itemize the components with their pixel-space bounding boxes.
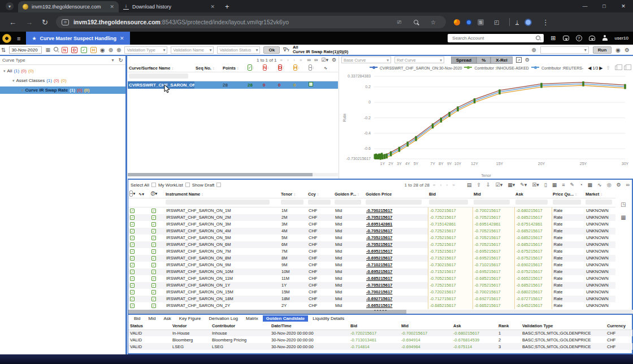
detail-tab[interactable]: Mid [145, 315, 159, 322]
zoom-in-icon[interactable] [54, 47, 58, 51]
select-all-checkbox[interactable] [151, 183, 156, 187]
spread-mode-button[interactable]: Spread [451, 57, 476, 64]
filter-row[interactable] [128, 198, 615, 207]
col-deleted-icon[interactable]: D↕ [277, 64, 292, 72]
approve-menu-icon[interactable]: ☑▾ [496, 182, 503, 188]
back-icon[interactable]: ← [9, 18, 16, 27]
reject-menu-icon[interactable]: ☒▾ [532, 182, 539, 188]
filter-funnel-icon[interactable]: ∇ϟ [283, 47, 289, 53]
col-contributor[interactable]: Contributor [210, 322, 270, 330]
grid-apps-icon[interactable]: ⊞ [550, 34, 556, 42]
target-menu-icon[interactable]: ◉ [100, 47, 105, 53]
open-external-icon[interactable]: ↗ [516, 57, 522, 63]
col-held-icon[interactable]: H↕ [292, 64, 307, 72]
col-chart-menu[interactable]: ∿▾ [137, 190, 150, 198]
candidate-row[interactable]: VALID Bloomberg Bloomberg Pricing 30-Nov… [128, 336, 632, 343]
col-info-menu[interactable]: ⓘ▾ [150, 190, 164, 198]
curve-row-selected[interactable]: CVIRSSWRT_CHF_SARON_ON 28 28 0 0 0 [128, 81, 338, 89]
expand-caret-icon[interactable]: ▾ [3, 69, 6, 73]
held-filter-badge[interactable]: H [90, 47, 97, 53]
col-tenor[interactable]: Tenor ↕ [280, 190, 307, 198]
legend-next-icon[interactable]: ▶ [599, 66, 602, 71]
globe-icon[interactable]: ⊕ [531, 47, 536, 53]
folder-icon[interactable]: ▤ [467, 182, 472, 188]
row-checkbox[interactable]: ✓ [130, 276, 135, 281]
curve-table-hscrollbar[interactable] [128, 173, 338, 176]
minimize-button[interactable]: — [575, 0, 595, 12]
row-checkbox[interactable]: ✓ [130, 236, 135, 240]
user-icon[interactable] [602, 35, 608, 41]
browser-tab-active[interactable]: invm192.thegoldensource.com ✕ [18, 1, 119, 12]
col-market[interactable]: Market ↕ [584, 190, 615, 198]
tab-search-icon[interactable]: ▾ [6, 2, 14, 10]
instrument-row[interactable]: ✓ ✓ IRSWRAT_CHF_SARON_ON_6M 6M CHF Mid -… [128, 241, 615, 248]
validation-type-select[interactable]: Validation Type▾ [124, 46, 167, 54]
instrument-row[interactable]: ✓ ✓ IRSWRAT_CHF_SARON_ON_9M 9M CHF Mid -… [128, 262, 615, 268]
splitter-handle[interactable]: ••••• [374, 307, 388, 313]
extension-icon-1[interactable] [454, 19, 460, 25]
col-currency[interactable]: Currency [605, 322, 632, 330]
legend-item[interactable]: Contributor :INHOUSE-ASKED [474, 66, 528, 70]
run-target-select[interactable]: ▾ [540, 46, 589, 54]
settings-gear-icon[interactable]: ⚙ [625, 47, 630, 53]
col-minus-icon[interactable]: −↕ [307, 64, 323, 72]
col-rank[interactable]: Rank [497, 322, 521, 330]
search-icon[interactable] [536, 36, 540, 40]
col-curve-name[interactable]: Curve/Surface Name ↕ [128, 64, 194, 72]
thumbs-up-icon[interactable]: ⇧ [476, 182, 481, 188]
schedule-icon[interactable]: ◉ [615, 47, 621, 53]
col-ask[interactable]: Ask [514, 190, 552, 198]
forward-icon[interactable]: → [25, 18, 33, 27]
expand-caret-icon[interactable]: ▾ [21, 88, 24, 93]
show-draft-checkbox[interactable] [216, 183, 221, 187]
favorite-star-icon[interactable]: ★ [32, 36, 36, 41]
link-icon[interactable]: ∞ [626, 182, 630, 188]
col-new-icon[interactable]: N↕ [262, 64, 277, 72]
tree-item[interactable]: ▾ Curve IR Swap Rate(1)(0)(0) [0, 86, 125, 94]
col-bid[interactable]: Bid [428, 190, 472, 198]
col-datetime[interactable]: Date/Time [270, 322, 349, 330]
tree-item[interactable]: ▾ Asset Classes(1)(0)(0) [0, 77, 125, 84]
browser-menu-icon[interactable]: ⋮ [542, 18, 549, 27]
extension-icon-2[interactable] [466, 19, 472, 25]
link-icon[interactable]: ∞ [307, 57, 310, 63]
tab-close-icon[interactable]: ✕ [110, 4, 114, 10]
expand-caret-icon[interactable]: ▾ [12, 79, 15, 83]
candidate-row[interactable]: VALID LSEG LSEG 30-Nov-2020 00:00:00 -0.… [128, 343, 632, 350]
link-all-icon[interactable]: ∞ [314, 57, 318, 63]
col-mid[interactable]: Mid [400, 322, 452, 330]
app-tab-close-icon[interactable]: ✕ [120, 36, 124, 41]
row-checkbox[interactable]: ✓ [130, 270, 135, 274]
filter-list-icon[interactable]: ⇅ [1, 47, 6, 53]
col-status[interactable]: Status [128, 322, 171, 330]
col-valid-icon[interactable]: ✓↕ [246, 64, 262, 72]
target-icon[interactable]: ◎ [607, 182, 612, 188]
col-points[interactable]: Points ↕ [222, 64, 246, 72]
row-checkbox[interactable]: ✓ [130, 256, 135, 261]
detail-tab[interactable]: Bid [131, 315, 144, 322]
instrument-row[interactable]: ✓ ✓ IRSWRAT_CHF_SARON_ON_2M 2M CHF Mid -… [128, 214, 615, 221]
extensions-puzzle-icon[interactable]: ◰ [494, 19, 499, 25]
grid-icon[interactable]: ▦ [552, 182, 557, 188]
tab-close-icon[interactable]: ✕ [210, 4, 215, 10]
col-golden-price[interactable]: Golden Price [365, 190, 428, 198]
curve-name-cell[interactable]: CVIRSSWRT_CHF_SARON_ON [128, 81, 194, 89]
gear-icon[interactable]: ⚙ [617, 182, 621, 188]
history-icon[interactable]: ◔ [579, 182, 582, 188]
copy-chart-icon[interactable] [615, 66, 619, 70]
url-bar[interactable]: ⊜ invm192.thegoldensource.com:8543/GS/pr… [56, 16, 446, 28]
export-panel-icon[interactable]: ◳ [621, 201, 626, 207]
detail-tab[interactable]: Matrix [242, 315, 262, 322]
instrument-row[interactable]: ✓ ✓ IRSWRAT_CHF_SARON_ON_15M 15M CHF Mid… [128, 289, 615, 296]
row-checkbox[interactable]: ✓ [130, 209, 135, 213]
search-account-input[interactable] [451, 35, 536, 41]
downloads-icon[interactable]: ↓ [515, 19, 519, 25]
row-checkbox[interactable]: ✓ [130, 290, 135, 294]
candidate-row[interactable]: VALID In-House Inhouse 30-Nov-2020 00:00… [128, 330, 632, 336]
row-checkbox[interactable]: ✓ [130, 283, 135, 288]
col-mid[interactable]: Mid [472, 190, 514, 198]
tree-item[interactable]: ▾ All(1)(0)(0) [0, 67, 125, 75]
pagination-arrows[interactable]: « ‹ › » [433, 183, 457, 188]
instrument-row[interactable]: ✓ ✓ IRSWRAT_CHF_SARON_ON_2Y 2Y CHF Mid -… [128, 302, 615, 309]
validation-name-select[interactable]: Validation Name▾ [171, 46, 214, 54]
